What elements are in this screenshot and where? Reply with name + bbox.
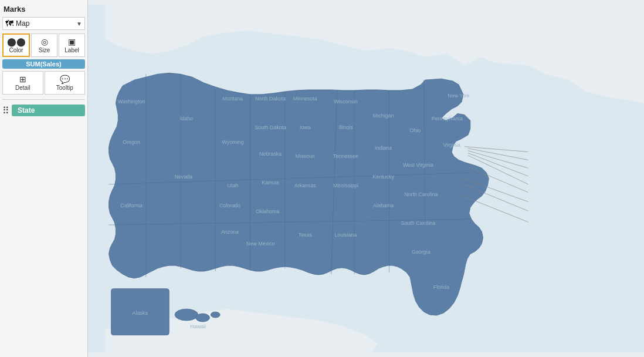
state-label-missouri: Missouri — [296, 153, 315, 159]
map-area: Alberta Saskatchewan Ontario Quebec Newf… — [88, 0, 644, 357]
state-label-mississippi: Mississippi — [333, 183, 358, 188]
state-label-arizona: Arizona — [221, 229, 239, 235]
color-icon: ⬤⬤ — [7, 37, 26, 46]
state-label-utah: Utah — [228, 183, 239, 188]
state-label-colorado: Colorado — [219, 203, 240, 208]
tooltip-button[interactable]: 💬 Tooltip — [45, 71, 86, 95]
label-label: Label — [65, 47, 79, 53]
state-label-tennessee: Tennessee — [333, 153, 358, 159]
state-label-louisiana: Louisiana — [334, 232, 357, 238]
lake-ontario — [522, 109, 530, 115]
size-button[interactable]: ◎ Size — [31, 33, 57, 57]
state-label-iowa: Iowa — [300, 124, 311, 130]
state-label-california: California — [120, 203, 143, 208]
marks-buttons-row1: ⬤⬤ Color ◎ Size ▣ Label — [2, 33, 85, 57]
state-label-minnesota: Minnesota — [293, 96, 317, 102]
state-label-oregon: Oregon — [123, 139, 140, 145]
map-type-dropdown[interactable]: 🗺 Map ▼ — [2, 17, 85, 30]
divider — [2, 99, 85, 100]
state-label-kansas: Kansas — [262, 180, 279, 186]
detail-icon: ⊞ — [19, 75, 26, 84]
hawaii-inset2 — [196, 314, 210, 322]
state-label-kentucky: Kentucky — [372, 174, 394, 180]
state-label-washington: Washington — [118, 99, 145, 105]
state-label-new-mexico: New Mexico — [246, 241, 274, 247]
dots-icon: ⠿ — [2, 105, 9, 116]
map-icon: 🗺 — [5, 19, 13, 28]
marks-buttons-row2: ⊞ Detail 💬 Tooltip — [2, 71, 85, 95]
tooltip-icon: 💬 — [60, 75, 70, 84]
state-label-ohio: Ohio — [410, 127, 421, 133]
state-label-michigan: Michigan — [373, 113, 394, 119]
state-label-south-dakota: South Dakota — [255, 124, 286, 130]
state-label-georgia: Georgia — [412, 249, 431, 255]
state-label-alaska: Alaska — [133, 310, 148, 316]
lake-michigan — [488, 99, 504, 124]
tooltip-label: Tooltip — [56, 85, 73, 91]
state-label-south-carolina: South Carolina — [401, 220, 436, 226]
lake-erie — [516, 115, 527, 123]
state-label-pennsylvania: Pennsylvania — [432, 116, 463, 122]
state-label-wisconsin: Wisconsin — [334, 99, 358, 105]
hawaii-inset1 — [175, 309, 198, 321]
sum-sales-pill[interactable]: SUM(Sales) — [2, 59, 85, 69]
state-label-west-virginia: West Virginia — [403, 162, 433, 168]
color-button[interactable]: ⬤⬤ Color — [2, 33, 30, 57]
detail-button[interactable]: ⊞ Detail — [2, 71, 43, 95]
hawaii-inset3 — [211, 312, 220, 318]
state-label-hawaii: Hawaii — [190, 324, 206, 329]
state-label-new-york: New York — [448, 93, 470, 99]
color-label: Color — [9, 47, 23, 53]
state-label-alabama: Alabama — [373, 203, 394, 208]
map-dropdown-label: Map — [16, 19, 76, 28]
marks-title: Marks — [2, 2, 85, 17]
detail-label: Detail — [15, 85, 30, 91]
lake-huron — [501, 101, 520, 115]
state-label-indiana: Indiana — [375, 145, 392, 151]
state-label-nevada: Nevada — [175, 174, 193, 180]
marks-panel: Marks 🗺 Map ▼ ⬤⬤ Color ◎ Size ▣ Label SU… — [0, 0, 88, 357]
label-button[interactable]: ▣ Label — [59, 33, 85, 57]
state-pill[interactable]: State — [12, 105, 85, 116]
state-label-virginia: Virginia — [443, 142, 460, 148]
size-icon: ◎ — [41, 37, 48, 46]
size-label: Size — [39, 47, 50, 53]
state-label-wyoming: Wyoming — [222, 139, 243, 145]
state-label-north-carolina: North Carolina — [404, 191, 438, 197]
map-container[interactable]: Alberta Saskatchewan Ontario Quebec Newf… — [88, 0, 644, 357]
state-label-montana: Montana — [223, 96, 243, 102]
state-label-oklahoma: Oklahoma — [256, 208, 280, 214]
state-pill-row: ⠿ State — [2, 105, 85, 116]
state-label-texas: Texas — [299, 232, 313, 238]
state-label-arkansas: Arkansas — [294, 183, 317, 188]
state-label-florida: Florida — [433, 284, 449, 290]
state-label-idaho: Idaho — [180, 116, 193, 122]
label-icon: ▣ — [68, 37, 76, 46]
state-label-illinois: Illinois — [338, 124, 353, 130]
state-label-north-dakota: North Dakota — [255, 96, 286, 102]
state-label-nebraska: Nebraska — [259, 151, 282, 157]
us-map-svg[interactable]: Washington Oregon California Idaho Nevad… — [88, 0, 644, 357]
chevron-down-icon: ▼ — [76, 21, 82, 27]
